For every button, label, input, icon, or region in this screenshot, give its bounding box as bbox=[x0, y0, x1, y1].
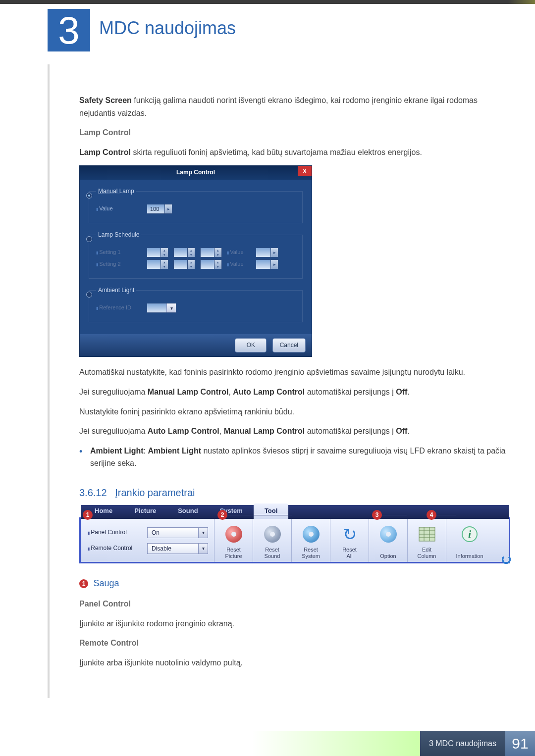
manual-lamp-legend: Manual Lamp bbox=[96, 187, 136, 196]
remote-control-dropdown[interactable]: Disable bbox=[147, 543, 208, 554]
callout-4-line bbox=[436, 515, 456, 515]
page-footer: 3 MDC naudojimas 91 bbox=[0, 731, 535, 756]
cycle-arrow-icon bbox=[502, 555, 511, 564]
reset-sound-button[interactable]: Reset Sound bbox=[253, 519, 292, 562]
callout-4: 4 bbox=[427, 510, 436, 520]
chapter-title: MDC naudojimas bbox=[99, 18, 236, 39]
auto-paragraph: Automatiškai nustatykite, kad foninis pa… bbox=[79, 366, 510, 379]
setting2-min-stepper[interactable] bbox=[173, 259, 195, 269]
value-label: Value bbox=[96, 204, 142, 213]
reset-picture-button[interactable]: Reset Picture bbox=[214, 519, 253, 562]
remote-control-heading: Remote Control bbox=[79, 637, 510, 650]
footer-page-number: 91 bbox=[505, 731, 535, 756]
setting2-hour-stepper[interactable] bbox=[147, 259, 168, 269]
callout-3-line bbox=[382, 515, 407, 515]
lamp-schedule-legend: Lamp Schedule bbox=[96, 230, 141, 240]
manual-set-paragraph: Nustatykite foninį pasirinkto ekrano apš… bbox=[79, 405, 510, 418]
page-content: Safety Screen funkciją galima naudoti no… bbox=[79, 94, 510, 676]
tab-tool[interactable]: Tool bbox=[254, 504, 288, 519]
callout-1: 1 bbox=[83, 510, 93, 520]
dialog-button-row: OK Cancel bbox=[80, 334, 312, 356]
remote-control-label: Remote Control bbox=[88, 544, 142, 553]
information-button[interactable]: i Information bbox=[446, 519, 493, 562]
left-rail bbox=[48, 64, 50, 698]
setting1-min-stepper[interactable] bbox=[173, 248, 195, 257]
ambient-light-radio[interactable] bbox=[86, 292, 92, 298]
lamp-control-dialog: Lamp Control x Manual Lamp Value 100 Lam… bbox=[79, 165, 312, 357]
option-button[interactable]: Option bbox=[369, 519, 408, 562]
reference-id-dropdown[interactable] bbox=[147, 303, 176, 313]
gear-icon bbox=[303, 526, 320, 543]
lamp-control-desc: Lamp Control skirta reguliuoti foninį ap… bbox=[79, 146, 510, 159]
value-spinner[interactable]: 100 bbox=[147, 204, 172, 214]
sauga-badge: 1 bbox=[79, 579, 88, 588]
gear-icon bbox=[225, 526, 242, 543]
info-icon: i bbox=[459, 524, 480, 545]
lamp-control-heading: Lamp Control bbox=[79, 126, 510, 139]
ambient-light-legend: Ambient Light bbox=[96, 286, 136, 295]
tool-ribbon: Home Picture Sound System Tool 1 2 3 4 P… bbox=[79, 517, 510, 563]
ok-button[interactable]: OK bbox=[235, 338, 267, 353]
setting1-label: Setting 1 bbox=[96, 248, 142, 257]
panel-control-heading: Panel Control bbox=[79, 598, 510, 610]
reference-id-label: Reference ID bbox=[96, 303, 142, 312]
dialog-titlebar: Lamp Control x bbox=[80, 166, 312, 179]
setting1-hour-stepper[interactable] bbox=[147, 248, 168, 257]
manual-lamp-group[interactable]: Manual Lamp Value 100 bbox=[89, 187, 303, 223]
setting2-ampm-stepper[interactable] bbox=[200, 259, 222, 269]
dialog-title: Lamp Control bbox=[176, 169, 215, 176]
tab-system[interactable]: System bbox=[209, 504, 254, 519]
setting1-ampm-stepper[interactable] bbox=[200, 248, 222, 257]
reset-system-button[interactable]: Reset System bbox=[292, 519, 330, 562]
sauga-heading: 1 Sauga bbox=[79, 576, 510, 591]
safety-screen-paragraph: Safety Screen funkciją galima naudoti no… bbox=[79, 94, 510, 119]
setting2-value-spinner[interactable] bbox=[256, 259, 278, 269]
top-bar bbox=[0, 0, 535, 4]
setting2-label: Setting 2 bbox=[96, 260, 142, 269]
callout-2: 2 bbox=[217, 510, 227, 520]
manual-switch-paragraph: Jei sureguliuojama Manual Lamp Control, … bbox=[79, 386, 510, 399]
panel-control-dropdown[interactable]: On bbox=[147, 527, 208, 538]
tab-picture[interactable]: Picture bbox=[123, 504, 167, 519]
setting2-value-label: Value bbox=[227, 260, 251, 269]
ribbon-tabs: Home Picture Sound System Tool bbox=[81, 505, 509, 519]
ribbon-security-section: Panel Control On Remote Control Disable bbox=[81, 519, 214, 562]
ambient-light-bullet: Ambient Light: Ambient Light nustato apl… bbox=[90, 445, 510, 470]
sauga-title: Sauga bbox=[93, 578, 119, 588]
gear-icon bbox=[380, 526, 397, 543]
lamp-schedule-group[interactable]: Lamp Schedule Setting 1 Value Setting 2 … bbox=[89, 230, 303, 279]
footer-chapter-label: 3 MDC naudojimas bbox=[420, 731, 505, 756]
manual-lamp-radio[interactable] bbox=[86, 193, 92, 199]
setting1-value-label: Value bbox=[227, 248, 251, 257]
reset-all-button[interactable]: ↻ Reset All bbox=[330, 519, 369, 562]
safety-screen-term: Safety Screen bbox=[79, 96, 132, 104]
tab-sound[interactable]: Sound bbox=[167, 504, 209, 519]
close-icon[interactable]: x bbox=[298, 166, 312, 176]
gear-icon bbox=[264, 526, 281, 543]
edit-column-button[interactable]: Edit Column bbox=[408, 519, 446, 562]
panel-control-text: Įjunkite ar išjunkite rodomo įrenginio e… bbox=[79, 617, 510, 630]
chapter-number-badge: 3 bbox=[48, 9, 90, 51]
remote-control-text: Įjunkite arba išjunkite nuotolinio valdy… bbox=[79, 656, 510, 669]
callout-2-line bbox=[227, 515, 292, 515]
panel-control-label: Panel Control bbox=[88, 528, 142, 537]
cancel-button[interactable]: Cancel bbox=[272, 338, 306, 353]
ambient-light-group[interactable]: Ambient Light Reference ID bbox=[89, 286, 303, 322]
section-heading: 3.6.12 Įrankio parametrai bbox=[79, 485, 510, 501]
svg-text:i: i bbox=[468, 528, 472, 540]
auto-switch-paragraph: Jei sureguliuojama Auto Lamp Control, Ma… bbox=[79, 425, 510, 438]
table-icon bbox=[417, 524, 437, 545]
callout-3: 3 bbox=[372, 510, 382, 520]
setting1-value-spinner[interactable] bbox=[256, 248, 278, 257]
lamp-schedule-radio[interactable] bbox=[86, 236, 92, 242]
